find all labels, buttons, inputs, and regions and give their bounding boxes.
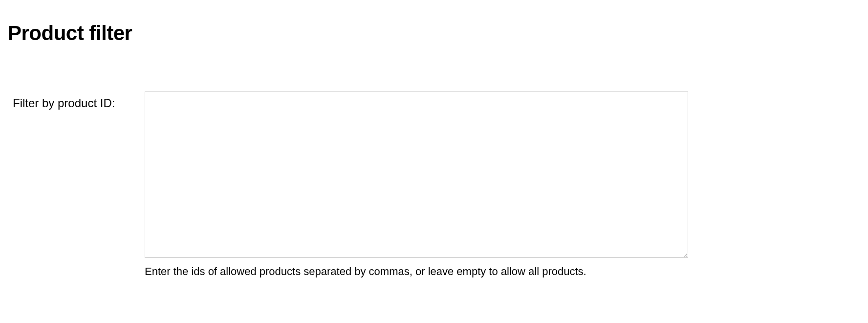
filter-by-product-id-row: Filter by product ID: Enter the ids of a… xyxy=(8,92,860,279)
filter-help-text: Enter the ids of allowed products separa… xyxy=(145,265,688,279)
filter-control-wrap: Enter the ids of allowed products separa… xyxy=(145,92,688,279)
section-divider xyxy=(8,57,860,57)
section-title: Product filter xyxy=(8,0,860,57)
filter-by-product-id-label: Filter by product ID: xyxy=(13,92,145,110)
filter-by-product-id-input[interactable] xyxy=(145,92,688,258)
